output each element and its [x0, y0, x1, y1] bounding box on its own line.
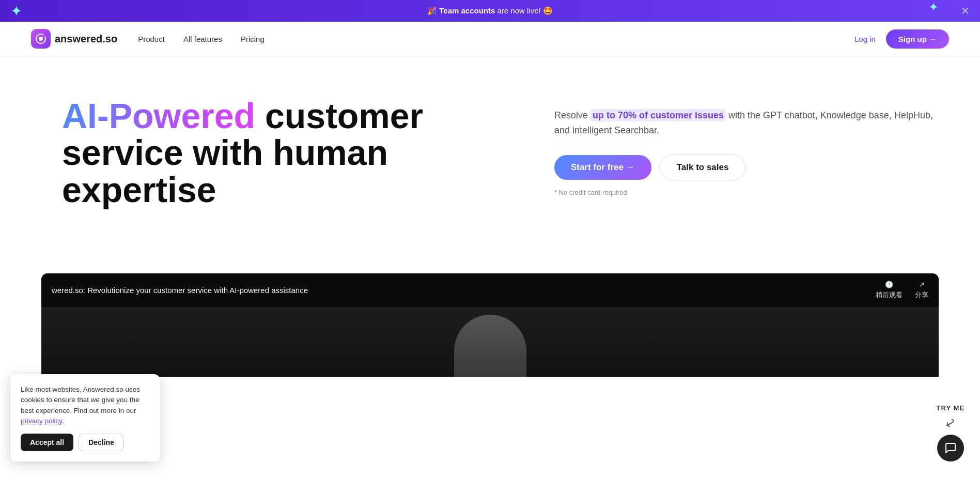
- nav-product[interactable]: Product: [138, 35, 165, 43]
- video-section: wered.so: Revolutionize your customer se…: [41, 273, 939, 377]
- hero-buttons: Start for free → Talk to sales: [554, 155, 939, 180]
- navbar: answered.so Product All features Pricing…: [0, 22, 980, 56]
- hero-left: AI-Powered customer service with human e…: [62, 98, 523, 219]
- watch-later-label: 稍后观看: [876, 290, 903, 300]
- video-title-bar: wered.so: Revolutionize your customer se…: [41, 273, 939, 307]
- sparkle-left-icon: ✦: [10, 3, 22, 20]
- close-banner-icon[interactable]: ✕: [961, 5, 970, 17]
- share-control[interactable]: ↗ 分享: [915, 281, 928, 300]
- video-controls-right: 🕐 稍后观看 ↗ 分享: [876, 281, 928, 300]
- nav-actions: Log in Sign up →: [854, 29, 949, 49]
- start-free-button[interactable]: Start for free →: [554, 155, 651, 180]
- logo-link[interactable]: answered.so: [31, 29, 117, 49]
- watch-later-control[interactable]: 🕐 稍后观看: [876, 281, 903, 300]
- signup-button[interactable]: Sign up →: [886, 29, 949, 49]
- hero-title-gradient: AI-Powered: [62, 96, 255, 135]
- watch-later-icon: 🕐: [885, 281, 893, 288]
- hero-desc-highlight: up to 70% of customer issues: [590, 109, 726, 121]
- sparkle-top-right-icon: ✦: [928, 0, 939, 14]
- top-banner: ✦ 🎉 Team accounts are now live! 🤩 ✦ ✕: [0, 0, 980, 22]
- banner-suffix: are now live! 🤩: [495, 6, 553, 15]
- hero-title: AI-Powered customer service with human e…: [62, 98, 523, 208]
- svg-point-2: [43, 35, 45, 37]
- nav-all-features[interactable]: All features: [183, 35, 222, 43]
- svg-point-1: [39, 37, 43, 41]
- nav-pricing[interactable]: Pricing: [241, 35, 265, 43]
- banner-emoji-prefix: 🎉: [427, 6, 439, 15]
- hero-right: Resolve up to 70% of customer issues wit…: [554, 98, 939, 196]
- talk-sales-button[interactable]: Talk to sales: [660, 155, 746, 180]
- login-link[interactable]: Log in: [854, 35, 876, 43]
- video-title-text: wered.so: Revolutionize your customer se…: [52, 286, 308, 295]
- no-credit-text: * No credit card required: [554, 189, 939, 196]
- banner-bold: Team accounts: [439, 6, 495, 15]
- video-person-silhouette: [454, 315, 526, 377]
- hero-description: Resolve up to 70% of customer issues wit…: [554, 108, 939, 138]
- hero-section: AI-Powered customer service with human e…: [0, 56, 980, 273]
- banner-text: 🎉 Team accounts are now live! 🤩: [427, 6, 553, 16]
- nav-links: Product All features Pricing: [138, 35, 854, 43]
- logo-text: answered.so: [55, 33, 117, 45]
- cookie-banner: Like most websites, Answered.so uses coo…: [10, 374, 160, 377]
- hero-desc-prefix: Resolve: [554, 110, 590, 120]
- logo-icon: [31, 29, 51, 49]
- share-label: 分享: [915, 290, 928, 300]
- share-icon: ↗: [919, 281, 925, 288]
